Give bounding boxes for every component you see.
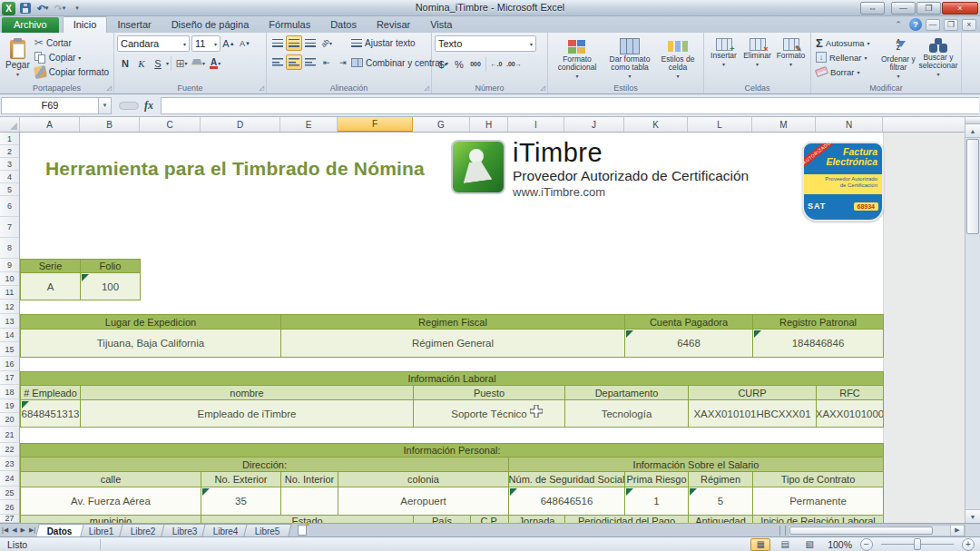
name-box-dropdown[interactable]: ▼ <box>99 97 112 114</box>
sheet-grid[interactable]: Herramienta para el Timbrado de Nómina i… <box>20 133 965 523</box>
row-header-1[interactable]: 1 <box>0 133 19 145</box>
find-select-button[interactable]: Buscar y seleccionar▾ <box>918 35 958 81</box>
cell-styles-button[interactable]: Estilos de celda▾ <box>656 35 700 81</box>
align-left-button[interactable] <box>270 54 286 70</box>
align-right-button[interactable] <box>302 54 318 70</box>
row-header-25[interactable]: 25 <box>0 487 19 500</box>
orientation-button[interactable]: ab▾ <box>318 35 335 51</box>
sheet-cell[interactable]: Lugar de Expedicion <box>20 314 281 330</box>
sheet-cell[interactable]: A <box>20 272 81 300</box>
row-header-7[interactable]: 7 <box>0 217 19 238</box>
column-header-A[interactable]: A <box>20 117 80 132</box>
ribbon-tab-f-rmulas[interactable]: Fórmulas <box>259 17 320 33</box>
column-header-B[interactable]: B <box>80 117 140 132</box>
close-button[interactable]: × <box>942 2 978 15</box>
sheet-cell[interactable]: XAXX0101000 <box>816 399 884 428</box>
row-header-20[interactable]: 20 <box>0 413 19 427</box>
row-header-26[interactable]: 26 <box>0 500 19 515</box>
row-header-4[interactable]: 4 <box>0 171 19 183</box>
italic-button[interactable]: K <box>133 55 150 71</box>
sheet-cell[interactable]: Jornada <box>508 515 565 523</box>
sheet-cell[interactable]: 35 <box>201 487 281 516</box>
tab-split-grip[interactable] <box>779 526 786 536</box>
row-header-16[interactable]: 16 <box>0 357 19 371</box>
column-header-G[interactable]: G <box>413 117 470 132</box>
sheet-cell[interactable]: Puesto <box>413 385 565 400</box>
vertical-scrollbar[interactable]: ▲ ▼ <box>965 117 980 523</box>
sheet-cell[interactable]: No. Exterior <box>201 471 281 487</box>
sheet-tab-libre5[interactable]: Libre5 <box>243 524 291 536</box>
sheet-cell[interactable]: Régimen General <box>280 329 625 358</box>
sheet-cell[interactable]: calle <box>20 471 201 487</box>
row-header-13[interactable]: 13 <box>0 314 19 329</box>
sheet-cell[interactable]: Folio <box>80 259 141 273</box>
comma-style-button[interactable]: 000 <box>467 56 484 72</box>
sheet-cell[interactable]: 184846846 <box>752 329 884 358</box>
sheet-cell[interactable]: Inicio de Relación Laboral <box>752 515 884 523</box>
row-header-2[interactable]: 2 <box>0 145 19 158</box>
clear-button[interactable]: Borrar▾ <box>814 64 878 79</box>
align-bottom-button[interactable] <box>302 35 318 51</box>
sheet-tab-libre1[interactable]: Libre1 <box>77 524 125 536</box>
cut-button[interactable]: ✂Cortar <box>33 35 111 50</box>
sheet-cell[interactable]: Cuenta Pagadora <box>624 314 753 330</box>
vertical-scroll-thumb[interactable] <box>966 139 979 234</box>
scroll-down-arrow[interactable]: ▼ <box>965 509 980 523</box>
scroll-right-arrow[interactable]: ▶ <box>951 525 965 536</box>
autosum-button[interactable]: ΣAutosuma▾ <box>814 35 878 50</box>
minimize-ribbon-button[interactable]: ⌃ <box>891 19 906 31</box>
sheet-cell[interactable]: Registro Patronal <box>752 314 884 330</box>
sheet-cell[interactable]: 6848451313 <box>20 399 81 428</box>
column-header-M[interactable]: M <box>752 117 816 132</box>
align-middle-button[interactable] <box>286 35 302 51</box>
row-header-12[interactable]: 12 <box>0 300 19 314</box>
sheet-cell[interactable]: Información Sobre el Salario <box>508 457 884 472</box>
percent-style-button[interactable]: % <box>451 56 467 72</box>
row-header-3[interactable]: 3 <box>0 158 19 171</box>
formula-input[interactable] <box>161 97 979 114</box>
fill-button[interactable]: ↓Rellenar▾ <box>814 50 878 64</box>
row-header-11[interactable]: 11 <box>0 286 19 300</box>
name-box[interactable]: F69 <box>1 97 99 114</box>
sheet-cell[interactable]: 100 <box>80 272 141 300</box>
sheet-cell[interactable]: 1 <box>624 487 689 516</box>
horizontal-scrollbar[interactable]: ▶ <box>779 524 980 536</box>
sheet-cell[interactable]: Información Laboral <box>20 371 884 386</box>
insert-function-button[interactable]: fx <box>144 99 153 113</box>
sort-filter-button[interactable]: AZ Ordenar y filtrar▾ <box>878 35 918 81</box>
font-name-select[interactable]: Candara▾ <box>117 35 190 52</box>
sheet-cell[interactable]: colonia <box>338 471 509 487</box>
alignment-dialog-launcher[interactable]: ◿ <box>425 84 429 92</box>
ribbon-tab-vista[interactable]: Vista <box>420 17 462 33</box>
column-header-D[interactable]: D <box>201 117 280 132</box>
align-top-button[interactable] <box>270 35 286 51</box>
sheet-cell[interactable]: Dirección: <box>20 457 509 472</box>
paste-button[interactable]: Pegar▾ <box>3 35 33 81</box>
first-sheet-button[interactable]: |◀ <box>2 526 8 534</box>
zoom-out-button[interactable]: − <box>860 538 873 551</box>
column-header-L[interactable]: L <box>688 117 752 132</box>
sheet-cell[interactable]: XAXX010101HBCXXX01 <box>688 399 817 428</box>
insert-worksheet-button[interactable] <box>294 524 310 536</box>
zoom-slider-thumb[interactable] <box>914 538 921 550</box>
number-dialog-launcher[interactable]: ◿ <box>541 84 545 92</box>
copy-button[interactable]: Copiar▾ <box>33 50 111 64</box>
column-header-C[interactable]: C <box>140 117 201 132</box>
resize-button[interactable]: ⇔ <box>860 2 885 15</box>
select-all-corner[interactable] <box>0 117 20 132</box>
sheet-cell[interactable]: municipio <box>20 515 201 523</box>
sheet-cell[interactable]: Régimen <box>688 471 753 487</box>
font-size-select[interactable]: 11▾ <box>191 35 220 52</box>
column-header-H[interactable]: H <box>470 117 508 132</box>
grow-font-button[interactable]: A▲ <box>220 36 237 52</box>
last-sheet-button[interactable]: ▶| <box>29 526 35 534</box>
scroll-up-arrow[interactable]: ▲ <box>965 124 980 138</box>
sheet-cell[interactable]: CURP <box>688 385 817 400</box>
sheet-cell[interactable]: Serie <box>20 259 81 273</box>
sheet-cell[interactable]: Aeropuert <box>338 487 509 516</box>
conditional-formatting-button[interactable]: Formato condicional▾ <box>551 35 603 81</box>
decrease-decimal-button[interactable]: .00→ <box>505 56 524 72</box>
sheet-cell[interactable]: Permanente <box>752 487 884 516</box>
font-dialog-launcher[interactable]: ◿ <box>260 84 264 92</box>
row-header-24[interactable]: 24 <box>0 471 19 487</box>
